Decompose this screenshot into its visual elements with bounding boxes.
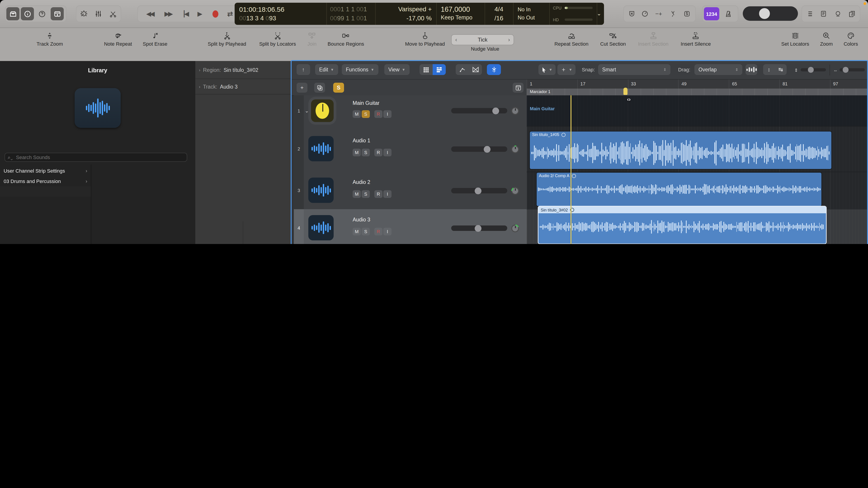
mute-button[interactable]: M bbox=[352, 149, 361, 156]
play-button[interactable]: ▶ bbox=[193, 7, 207, 20]
library-toggle-button[interactable] bbox=[6, 7, 20, 20]
toolbar-button-zoom[interactable]: Zoom bbox=[820, 32, 833, 46]
playhead-line[interactable] bbox=[570, 95, 571, 244]
mute-button[interactable]: M bbox=[352, 110, 361, 118]
solo-button[interactable]: S bbox=[362, 228, 370, 235]
functions-menu[interactable]: Functions▼ bbox=[342, 64, 378, 75]
tuner-button[interactable] bbox=[638, 7, 651, 20]
count-in-button[interactable]: 1234 bbox=[704, 7, 719, 20]
toolbar-button-note-repeat[interactable]: Note Repeat bbox=[104, 32, 132, 46]
arrange-area[interactable]: Main Guitar Sin título_1#05 Audio 2/ Com… bbox=[527, 95, 867, 244]
rewind-button[interactable]: ◀◀ bbox=[141, 7, 159, 20]
smart-controls-button[interactable] bbox=[77, 7, 90, 20]
vertical-zoom-slider[interactable] bbox=[801, 68, 826, 71]
flex-button[interactable] bbox=[487, 64, 501, 75]
solo-lock-button[interactable]: S bbox=[333, 83, 344, 93]
duplicate-track-button[interactable] bbox=[314, 83, 325, 93]
input-button[interactable]: I bbox=[383, 149, 392, 156]
track-volume-slider[interactable] bbox=[451, 188, 507, 193]
track-pan-knob[interactable] bbox=[511, 107, 519, 115]
toolbar-button-insert-section[interactable]: Insert Section bbox=[638, 32, 669, 46]
vertical-auto-zoom-button[interactable]: ↕ bbox=[763, 64, 775, 75]
nudge-decrement-icon[interactable]: ‹ bbox=[452, 37, 457, 43]
track-pan-knob[interactable] bbox=[511, 225, 519, 232]
toolbar-button-cut-section[interactable]: Cut Section bbox=[600, 32, 626, 46]
takes-grid-button[interactable] bbox=[420, 64, 433, 75]
playhead-handle[interactable] bbox=[623, 88, 627, 95]
toolbar-button-track-zoom[interactable]: Track Zoom bbox=[37, 32, 63, 46]
region-inspector-header[interactable]: › Region: Sin título_3#02 bbox=[195, 61, 291, 79]
track-inspector-header[interactable]: › Track: Audio 3 bbox=[195, 79, 291, 94]
track-pan-knob[interactable] bbox=[511, 145, 519, 153]
metronome-button[interactable] bbox=[721, 7, 736, 20]
trim-button[interactable]: −+ bbox=[652, 7, 665, 20]
library-search[interactable]: ⌕⌄ bbox=[4, 153, 187, 162]
add-track-button[interactable]: + bbox=[297, 83, 307, 93]
catch-playhead-button[interactable]: ↑ bbox=[297, 64, 310, 75]
toolbar-button-spot-erase[interactable]: Spot Erase bbox=[143, 32, 167, 46]
stack-disclosure-icon[interactable]: ⌄ bbox=[305, 108, 309, 114]
track-header-audio1[interactable]: 2 Audio 1 M S R I bbox=[294, 126, 527, 172]
region-audio2-comp[interactable]: Audio 2/ Comp A bbox=[537, 173, 822, 206]
mute-button[interactable]: M bbox=[352, 190, 361, 198]
media-browser-button[interactable] bbox=[845, 7, 859, 20]
toolbar-button-set-locators[interactable]: Set Locators bbox=[781, 32, 809, 46]
track-volume-slider[interactable] bbox=[451, 225, 507, 231]
record-button[interactable]: R bbox=[374, 149, 382, 156]
bar-ruler[interactable]: 1173349658197 bbox=[527, 79, 867, 89]
pointer-tool-menu[interactable]: ▼ bbox=[538, 64, 556, 75]
track-volume-slider[interactable] bbox=[451, 108, 507, 113]
snap-menu[interactable]: Smart⇕ bbox=[598, 64, 671, 75]
drag-menu[interactable]: Overlap⇕ bbox=[694, 64, 742, 75]
disclosure-icon[interactable]: › bbox=[199, 68, 200, 72]
record-button[interactable]: R bbox=[374, 110, 382, 118]
takes-list-button[interactable] bbox=[433, 64, 446, 75]
disclosure-icon[interactable]: › bbox=[199, 85, 200, 89]
toolbar-button-repeat-section[interactable]: Repeat Section bbox=[555, 32, 588, 46]
region-sin-titulo-1[interactable]: Sin título_1#05 bbox=[530, 131, 831, 169]
secondary-tool-menu[interactable]: ＋▼ bbox=[557, 64, 576, 75]
track-header-main-guitar[interactable]: 1⌄ Main Guitar M S R I bbox=[294, 95, 527, 127]
track-pan-knob[interactable] bbox=[511, 187, 519, 195]
mute-button[interactable]: M bbox=[352, 228, 361, 235]
input-button[interactable]: I bbox=[383, 110, 392, 118]
lcd-mode-chevron-icon[interactable]: ⌄ bbox=[597, 10, 601, 17]
nudge-value[interactable]: Tick bbox=[477, 37, 487, 43]
library-item-clipped[interactable] bbox=[0, 186, 91, 197]
solo-button[interactable]: S bbox=[362, 149, 370, 156]
toolbar-button-bounce-regions[interactable]: Bounce Regions bbox=[328, 32, 364, 46]
mixer-button[interactable] bbox=[92, 7, 105, 20]
record-button[interactable] bbox=[208, 7, 222, 20]
track-import-button[interactable] bbox=[513, 83, 524, 93]
input-button[interactable]: I bbox=[383, 190, 392, 198]
master-volume-slider[interactable] bbox=[743, 6, 798, 21]
track-volume-slider[interactable] bbox=[451, 147, 507, 152]
track-header-audio3-selected[interactable]: 4 Audio 3 M S R I bbox=[294, 209, 527, 244]
waveform-zoom-button[interactable] bbox=[745, 64, 757, 75]
solo-button[interactable]: S bbox=[362, 110, 370, 118]
list-editors-button[interactable] bbox=[803, 7, 815, 20]
note-pads-button[interactable] bbox=[817, 7, 830, 20]
solo-mode-button[interactable] bbox=[680, 7, 693, 20]
horizontal-zoom-slider[interactable] bbox=[839, 68, 865, 71]
library-item-user-channel-strip[interactable]: User Channel Strip Settings› bbox=[0, 165, 91, 176]
track-header-audio2[interactable]: 3 Audio 2 M S R I bbox=[294, 172, 527, 210]
search-input[interactable] bbox=[15, 154, 184, 160]
record-button[interactable]: R bbox=[374, 190, 382, 198]
tuning-fork-button[interactable] bbox=[666, 7, 679, 20]
loop-browser-button[interactable] bbox=[831, 7, 844, 20]
toolbar-button-move-playhead[interactable]: Move to Playhead bbox=[405, 32, 445, 46]
toolbar-button-join[interactable]: Join bbox=[307, 32, 316, 46]
nudge-increment-icon[interactable]: › bbox=[508, 37, 514, 43]
toolbar-button-split-locators[interactable]: Split by Locators bbox=[259, 32, 296, 46]
low-latency-button[interactable] bbox=[625, 7, 638, 20]
view-menu[interactable]: View▼ bbox=[384, 64, 409, 75]
lcd-display[interactable]: 01:00:18:06.56 0013 3 4 093 0001 1 1 001… bbox=[235, 3, 604, 25]
inspector-toggle-button[interactable] bbox=[21, 7, 34, 20]
input-button[interactable]: I bbox=[383, 228, 392, 235]
library-item-drums-percussion[interactable]: 03 Drums and Percussion› bbox=[0, 176, 91, 186]
forward-button[interactable]: ▶▶ bbox=[159, 7, 177, 20]
stop-button[interactable]: ▕◀ bbox=[177, 7, 192, 20]
toolbar-button-colors[interactable]: Colors bbox=[844, 32, 858, 46]
master-volume-knob[interactable] bbox=[759, 8, 770, 19]
